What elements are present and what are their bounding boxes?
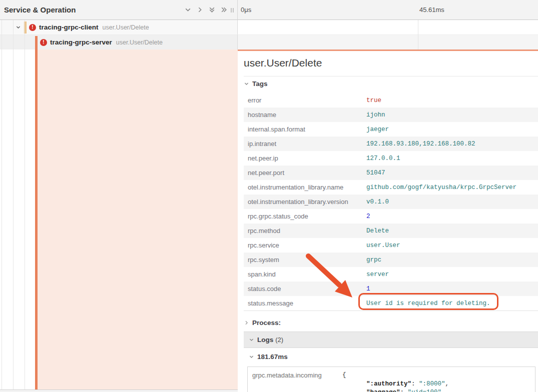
tag-key: internal.span.format — [248, 126, 366, 133]
span-detail-card: user.User/Delete Tags errortruehostnamei… — [238, 50, 538, 392]
tag-key: rpc.service — [248, 242, 366, 249]
tag-row-error: errortrue — [244, 93, 538, 108]
tag-row-rpc.grpc.status_code: rpc.grpc.status_code2 — [244, 209, 538, 224]
tag-value: User id is required for deleting. — [366, 300, 490, 307]
tag-key: ip.intranet — [248, 140, 366, 148]
tags-section-header[interactable]: Tags — [244, 80, 268, 88]
tag-key: net.peer.ip — [248, 154, 366, 162]
column-resizer-grip[interactable] — [231, 8, 234, 12]
tag-row-rpc.system: rpc.systemgrpc — [244, 252, 538, 267]
chevron-right-icon — [244, 320, 249, 326]
tag-row-net.peer.ip: net.peer.ip127.0.0.1 — [244, 151, 538, 166]
detail-row-bottom-border — [0, 390, 238, 392]
tag-key: status.message — [248, 300, 366, 307]
tag-key: otel.instrumentation_library.name — [248, 184, 366, 191]
span-service-name: tracing-grpc-server — [50, 38, 112, 46]
chevron-down-icon — [249, 354, 254, 360]
jaeger-trace-timeline-view: Service & Operation 0μs 45.61ms ! tracin… — [0, 0, 538, 392]
tag-row-otel.instrumentation_library.name: otel.instrumentation_library.namegithub.… — [244, 180, 538, 194]
json-line: ":authority": ":8000", — [342, 380, 449, 389]
tag-value: user.User — [366, 242, 400, 249]
span-row-server-timeline[interactable] — [237, 35, 538, 50]
tree-toolbar — [184, 0, 228, 20]
chevron-down-icon[interactable] — [184, 6, 192, 14]
tag-row-status.message: status.messageUser id is required for de… — [244, 296, 538, 310]
tag-key: rpc.grpc.status_code — [248, 212, 366, 220]
json-open-brace: { — [342, 371, 449, 380]
chevron-down-icon — [244, 81, 249, 86]
span-row-server[interactable]: ! tracing-grpc-server user.User/Delete — [0, 35, 277, 50]
indent-guide — [2, 20, 2, 390]
tags-table: errortruehostnameijohninternal.span.form… — [244, 93, 538, 311]
tag-key: net.peer.port — [248, 169, 366, 176]
span-detail-title: user.User/Delete — [244, 57, 322, 69]
timeline-tick-end: 45.61ms — [419, 6, 444, 14]
json-lines: ":authority": ":8000","baggage": "uid=10… — [342, 380, 449, 392]
chevron-down-icon[interactable] — [16, 24, 21, 30]
tag-key: rpc.method — [248, 227, 366, 234]
span-operation-name: user.User/Delete — [103, 24, 149, 31]
tag-key: error — [248, 96, 366, 104]
log-entry-header[interactable]: 181.67ms — [249, 353, 288, 360]
chevron-down-icon — [249, 337, 254, 342]
tag-value: server — [366, 271, 389, 278]
tag-row-status.code: status.code1 — [244, 282, 538, 296]
chevron-right-icon[interactable] — [196, 6, 204, 14]
logs-section-label: Logs — [257, 336, 273, 344]
tag-row-ip.intranet: ip.intranet192.168.93.180,192.168.100.82 — [244, 136, 538, 151]
tag-row-span.kind: span.kindserver — [244, 267, 538, 282]
logs-count: (2) — [275, 336, 283, 344]
title-divider — [244, 76, 538, 76]
service-operation-title: Service & Operation — [4, 6, 76, 14]
double-chevron-down-icon[interactable] — [208, 6, 216, 14]
tag-value: 51047 — [366, 170, 385, 176]
tag-value: 2 — [366, 213, 370, 220]
tag-row-net.peer.port: net.peer.port51047 — [244, 166, 538, 180]
tag-row-rpc.service: rpc.serviceuser.User — [244, 238, 538, 252]
tag-value: 127.0.0.1 — [366, 155, 400, 162]
tag-value: github.com/gogf/katyusha/krpc.GrpcServer — [366, 184, 516, 191]
error-icon: ! — [40, 39, 47, 46]
tag-key: hostname — [248, 111, 366, 118]
tag-value: Delete — [366, 228, 389, 234]
tag-value: 1 — [366, 286, 370, 292]
tag-row-otel.instrumentation_library.version: otel.instrumentation_library.versionv0.1… — [244, 194, 538, 209]
detail-row-tint — [38, 50, 238, 390]
timeline-tick-start: 0μs — [241, 6, 251, 14]
tag-row-hostname: hostnameijohn — [244, 108, 538, 122]
log-entry-timestamp: 181.67ms — [257, 353, 288, 360]
log-fields-box: grpc.metadata.incoming { ":authority": "… — [247, 366, 535, 392]
span-service-name: tracing-grpc-client — [39, 24, 99, 31]
json-line: "baggage": "uid=100" — [342, 388, 449, 392]
log-field-value: { ":authority": ":8000","baggage": "uid=… — [342, 371, 449, 392]
span-operation-name: user.User/Delete — [116, 39, 163, 46]
double-chevron-right-icon[interactable] — [220, 6, 228, 14]
logs-section-header[interactable]: Logs (2) — [244, 332, 538, 348]
process-section-label: Process: — [252, 319, 281, 326]
tags-section-label: Tags — [252, 80, 268, 88]
tag-value: 192.168.93.180,192.168.100.82 — [366, 140, 475, 148]
span-row-client-timeline[interactable] — [237, 20, 538, 35]
tag-row-internal.span.format: internal.span.formatjaeger — [244, 122, 538, 136]
timeline-header: 0μs 45.61ms — [237, 0, 538, 20]
tag-value: grpc — [366, 256, 381, 264]
tag-value: true — [366, 97, 381, 104]
tag-key: span.kind — [248, 270, 366, 278]
tag-value: v0.1.0 — [366, 198, 389, 206]
indent-guide — [25, 20, 25, 390]
tag-row-rpc.method: rpc.methodDelete — [244, 224, 538, 238]
timeline-gridline — [418, 20, 418, 50]
log-field-key: grpc.metadata.incoming — [252, 371, 342, 392]
indent-guide — [13, 20, 14, 390]
service-operation-header: Service & Operation — [0, 0, 237, 20]
process-section-header[interactable]: Process: — [244, 319, 281, 326]
tag-key: status.code — [248, 285, 366, 292]
span-row-client[interactable]: ! tracing-grpc-client user.User/Delete — [0, 20, 237, 35]
error-icon: ! — [29, 24, 36, 31]
tag-key: otel.instrumentation_library.version — [248, 198, 366, 206]
tag-value: jaeger — [366, 126, 389, 133]
tag-key: rpc.system — [248, 256, 366, 264]
tag-value: ijohn — [366, 112, 385, 118]
